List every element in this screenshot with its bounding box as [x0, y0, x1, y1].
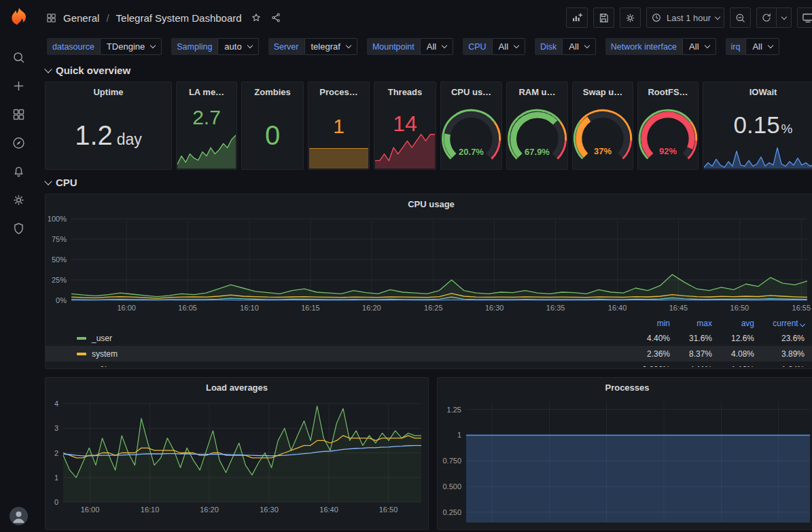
variable-disk: Disk All — [535, 38, 596, 55]
variable-label: datasource — [47, 38, 100, 55]
variable-network-interface: Network interface All — [605, 38, 716, 55]
variable-value-dropdown[interactable]: TDengine — [100, 38, 162, 55]
refresh-button[interactable] — [756, 7, 777, 28]
panel-title[interactable]: Zombies — [242, 82, 303, 101]
load-averages-chart[interactable]: 16:0016:1016:2016:3016:4016:5001234 — [46, 397, 428, 529]
variable-irq: irq All — [726, 38, 779, 55]
iowait-sparkline — [704, 145, 812, 169]
panel-title[interactable]: Processes — [438, 378, 812, 397]
chevron-down-icon — [715, 14, 720, 19]
rootfs-gauge-panel: RootFS… 92% — [637, 82, 699, 170]
variable-current-value: telegraf — [311, 41, 340, 52]
breadcrumb-separator: / — [106, 12, 109, 24]
panel-title[interactable]: LA me… — [177, 82, 236, 101]
panel-title[interactable]: RootFS… — [638, 82, 698, 101]
sidebar-create-button[interactable] — [8, 75, 30, 96]
sidebar-configuration-button[interactable] — [8, 189, 30, 211]
time-range-picker[interactable]: Last 1 hour — [646, 7, 724, 28]
quick-overview-row: Uptime 1.2day LA me… 2.7 Zombies 0 — [45, 82, 812, 170]
svg-text:16:30: 16:30 — [485, 304, 504, 312]
sidebar-search-button[interactable] — [8, 46, 30, 68]
chevron-down-icon — [781, 14, 786, 19]
series-label[interactable]: system — [77, 349, 628, 359]
variable-value-dropdown[interactable]: All — [745, 38, 779, 55]
zoom-out-icon — [735, 12, 746, 24]
svg-text:3: 3 — [54, 424, 58, 432]
legend-current: 23.6% — [754, 334, 805, 343]
share-dashboard-button[interactable] — [270, 12, 281, 23]
legend-row: softirq 0.626% 4.11% 1.19% 1.24% — [46, 361, 812, 367]
sidebar-alerting-button[interactable] — [8, 160, 30, 182]
legend-row: _user 4.40% 31.6% 12.6% 23.6% — [46, 330, 812, 346]
dashboard-settings-button[interactable] — [620, 7, 641, 28]
chevron-down-icon — [44, 177, 52, 185]
legend-row: system 2.36% 8.37% 4.08% 3.89% — [46, 346, 812, 361]
variable-current-value: All — [499, 41, 508, 52]
top-navbar: General / Telegraf System Dashboard — [37, 0, 812, 35]
panel-title[interactable]: CPU us… — [441, 82, 501, 101]
svg-text:100%: 100% — [48, 215, 67, 223]
legend-col-current[interactable]: current — [754, 319, 805, 328]
sidebar-server-admin-button[interactable] — [8, 217, 30, 239]
series-color-swatch — [77, 353, 86, 355]
legend-col-max[interactable]: max — [670, 319, 712, 328]
variable-value-dropdown[interactable]: telegraf — [304, 38, 357, 55]
grafana-logo[interactable] — [7, 6, 31, 29]
breadcrumb-folder[interactable]: General — [63, 12, 99, 24]
variable-value-dropdown[interactable]: All — [562, 38, 595, 55]
sidebar-explore-button[interactable] — [8, 132, 30, 154]
threads-sparkline — [375, 129, 435, 169]
panel-title[interactable]: CPU usage — [46, 194, 812, 213]
add-panel-icon — [571, 12, 583, 24]
panel-title[interactable]: RAM u… — [507, 82, 567, 101]
cycle-view-mode-button[interactable] — [797, 7, 812, 28]
person-icon — [10, 507, 28, 525]
panel-title[interactable]: Threads — [374, 82, 436, 101]
refresh-button-group — [756, 7, 792, 28]
add-panel-button[interactable] — [566, 7, 588, 28]
cpu-usage-gauge: 20.7% — [441, 101, 501, 169]
processes-chart[interactable]: 0.2500.5000.75011.25 — [438, 397, 812, 529]
section-title: Quick overview — [56, 65, 130, 76]
gear-icon — [12, 193, 26, 207]
panel-title[interactable]: Swap u… — [573, 82, 633, 101]
panel-title[interactable]: Uptime — [46, 82, 171, 101]
svg-text:16:00: 16:00 — [117, 304, 136, 312]
series-label[interactable]: softirq — [77, 365, 628, 368]
variable-value-dropdown[interactable]: All — [682, 38, 716, 55]
cpu-usage-chart[interactable]: 16:0016:0516:1016:1516:2016:2516:3016:35… — [46, 213, 812, 317]
variable-label: Disk — [535, 38, 562, 55]
svg-text:0%: 0% — [56, 296, 67, 304]
refresh-icon — [761, 12, 772, 23]
svg-text:75%: 75% — [52, 235, 67, 243]
rootfs-gauge: 92% — [638, 101, 698, 169]
grafana-flame-icon — [7, 6, 31, 29]
section-quick-overview[interactable]: Quick overview — [46, 65, 812, 76]
chevron-down-icon — [442, 43, 447, 48]
sidebar-dashboards-button[interactable] — [8, 103, 30, 125]
zoom-out-time-button[interactable] — [730, 7, 751, 28]
refresh-interval-dropdown[interactable] — [777, 7, 792, 28]
save-dashboard-button[interactable] — [593, 7, 614, 28]
user-avatar[interactable] — [10, 507, 28, 525]
star-dashboard-button[interactable] — [251, 12, 262, 23]
variable-value-dropdown[interactable]: auto — [217, 38, 258, 55]
sort-desc-icon — [800, 321, 805, 327]
breadcrumb-title: Telegraf System Dashboard — [116, 12, 242, 24]
series-label[interactable]: _user — [77, 334, 628, 343]
svg-text:16:50: 16:50 — [379, 506, 398, 514]
chevron-down-icon — [44, 65, 52, 73]
variable-value-dropdown[interactable]: All — [420, 38, 453, 55]
variable-value-dropdown[interactable]: All — [492, 38, 525, 55]
stat-value: 0.15% — [703, 101, 812, 149]
svg-text:16:30: 16:30 — [260, 506, 279, 514]
legend-col-avg[interactable]: avg — [712, 319, 754, 328]
panel-title[interactable]: IOWait — [703, 82, 812, 101]
legend-col-min[interactable]: min — [628, 319, 670, 328]
panel-title[interactable]: Load averages — [46, 378, 428, 397]
legend-avg: 12.6% — [712, 334, 754, 343]
svg-text:16:35: 16:35 — [546, 304, 565, 312]
panel-title[interactable]: Proces… — [308, 82, 369, 101]
variables-bar: datasource TDengine Sampling auto Server… — [37, 35, 812, 62]
section-cpu[interactable]: CPU — [46, 177, 812, 188]
